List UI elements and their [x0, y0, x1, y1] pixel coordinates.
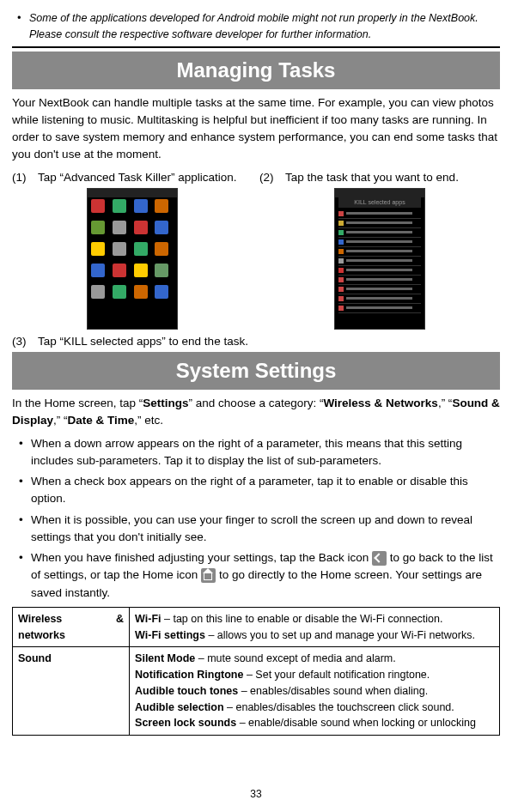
step-1-number: (1)	[12, 169, 29, 186]
kill-header-label: KILL selected apps	[338, 197, 421, 208]
heading-managing-tasks: Managing Tasks	[12, 52, 500, 89]
intro-mid1: ” and choose a category: “	[189, 397, 324, 409]
bullet-down-arrow: When a down arrow appears on the right o…	[12, 435, 500, 470]
heading-system-settings: System Settings	[12, 352, 500, 390]
wireless-word: Wireless	[18, 611, 62, 627]
step-3: (3) Tap “KILL selected apps” to end the …	[12, 333, 500, 350]
bullet-scroll: When it is possible, you can use your fi…	[12, 512, 500, 547]
networks-word: networks	[18, 627, 124, 644]
bullet-back-home: When you have finished adjusting your se…	[12, 549, 500, 602]
wifi-label: Wi-Fi	[135, 613, 161, 625]
cell-wireless-networks: Wireless& networks	[13, 607, 130, 647]
intro-post: ,” etc.	[134, 414, 163, 427]
managing-tasks-intro: Your NextBook can handle multiple tasks …	[12, 94, 500, 164]
step-1: (1) Tap “Advanced Task Killer” applicati…	[12, 169, 253, 186]
wifi-settings-desc: – allows you to set up and manage your W…	[205, 629, 475, 641]
amp-char: &	[116, 611, 124, 627]
back-icon	[372, 551, 387, 566]
silent-mode-desc: – mute sound except of media and alarm.	[195, 652, 395, 664]
screen-lock-desc: – enable/disable sound when locking or u…	[236, 717, 476, 729]
table-row: Wireless& networks Wi-Fi – tap on this l…	[13, 607, 500, 647]
top-note: Some of the applications developed for A…	[12, 10, 500, 48]
bullet-checkbox: When a check box appears on the right of…	[12, 473, 500, 508]
wifi-desc: – tap on this line to enable or disable …	[162, 613, 443, 625]
intro-pre: In the Home screen, tap “	[12, 397, 143, 409]
home-icon	[201, 568, 216, 583]
wifi-settings-label: Wi-Fi settings	[135, 629, 205, 641]
step-3-text: Tap “KILL selected apps” to end the task…	[38, 333, 500, 350]
system-settings-intro: In the Home screen, tap “Settings” and c…	[12, 395, 500, 430]
step-2: (2) Tap the task that you want to end.	[259, 169, 500, 186]
bullet4-pre: When you have finished adjusting your se…	[31, 551, 372, 564]
screen-lock-label: Screen lock sounds	[135, 717, 236, 729]
step-1-text: Tap “Advanced Task Killer” application.	[38, 169, 253, 186]
intro-settings: Settings	[143, 397, 188, 409]
cell-wireless-details: Wi-Fi – tap on this line to enable or di…	[130, 607, 500, 647]
notification-ringtone-label: Notification Ringtone	[135, 669, 243, 681]
audible-selection-label: Audible selection	[135, 701, 224, 713]
table-row: Sound Silent Mode – mute sound except of…	[13, 647, 500, 736]
intro-mid2: ,” “	[438, 397, 453, 409]
intro-wireless: Wireless & Networks	[323, 397, 437, 409]
settings-table: Wireless& networks Wi-Fi – tap on this l…	[12, 607, 500, 736]
step-2-number: (2)	[259, 169, 277, 186]
audible-touch-label: Audible touch tones	[135, 685, 238, 697]
audible-touch-desc: – enables/disables sound when dialing.	[238, 685, 428, 697]
step-2-text: Tap the task that you want to end.	[285, 169, 500, 186]
audible-selection-desc: – enables/disables the touchscreen click…	[224, 701, 454, 713]
intro-mid3: ,” “	[53, 414, 68, 427]
intro-date: Date & Time	[68, 414, 135, 427]
screenshot-task-list: KILL selected apps	[334, 188, 425, 330]
step-3-number: (3)	[12, 333, 29, 350]
cell-sound-details: Silent Mode – mute sound except of media…	[130, 647, 500, 736]
page-number: 33	[0, 786, 512, 802]
cell-sound: Sound	[13, 647, 130, 736]
notification-ringtone-desc: – Set your default notification ringtone…	[243, 669, 430, 681]
screenshot-task-killer-app	[87, 188, 178, 330]
silent-mode-label: Silent Mode	[135, 652, 195, 664]
